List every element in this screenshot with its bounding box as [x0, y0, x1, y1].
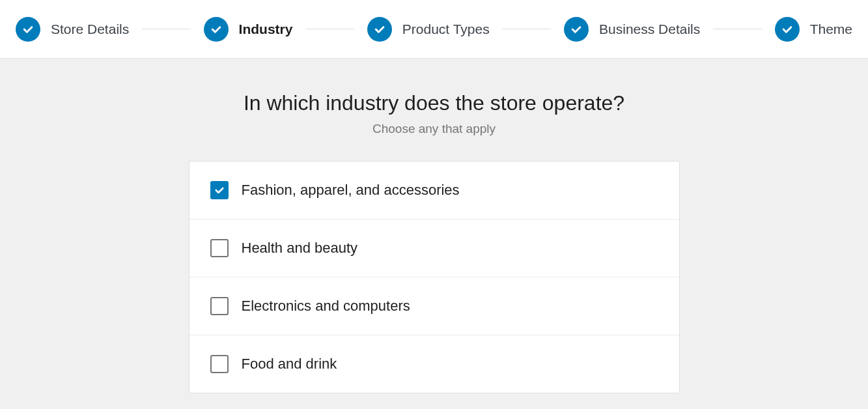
checkbox[interactable] [210, 239, 229, 257]
check-icon [564, 17, 589, 42]
check-icon [775, 17, 800, 42]
industry-option-list: Fashion, apparel, and accessories Health… [189, 161, 680, 393]
page-title: In which industry does the store operate… [0, 91, 868, 115]
main-content: In which industry does the store operate… [0, 59, 868, 393]
step-label: Product Types [402, 21, 490, 37]
check-icon [204, 17, 229, 42]
step-store-details[interactable]: Store Details [16, 17, 129, 42]
option-label: Health and beauty [242, 240, 358, 257]
step-label: Store Details [51, 21, 129, 37]
checkbox[interactable] [210, 355, 229, 373]
step-connector [142, 29, 190, 29]
step-connector [503, 29, 551, 29]
step-industry[interactable]: Industry [204, 17, 293, 42]
option-label: Electronics and computers [242, 298, 410, 315]
industry-option-fashion[interactable]: Fashion, apparel, and accessories [189, 162, 679, 219]
check-icon [16, 17, 40, 42]
step-product-types[interactable]: Product Types [367, 17, 490, 42]
step-label: Theme [810, 21, 852, 37]
industry-option-electronics[interactable]: Electronics and computers [189, 277, 679, 335]
industry-option-health[interactable]: Health and beauty [189, 219, 679, 277]
page-subtitle: Choose any that apply [0, 122, 868, 136]
stepper: Store Details Industry Product Types Bus… [0, 0, 868, 59]
option-label: Food and drink [242, 356, 337, 373]
industry-option-food[interactable]: Food and drink [189, 335, 679, 393]
step-label: Business Details [599, 21, 700, 37]
step-business-details[interactable]: Business Details [564, 17, 700, 42]
step-connector [713, 29, 761, 29]
checkbox[interactable] [210, 297, 229, 315]
step-connector [305, 29, 354, 29]
checkbox[interactable] [210, 181, 229, 199]
check-icon [367, 17, 392, 42]
step-label: Industry [239, 21, 293, 37]
option-label: Fashion, apparel, and accessories [242, 182, 460, 199]
step-theme[interactable]: Theme [775, 17, 852, 42]
